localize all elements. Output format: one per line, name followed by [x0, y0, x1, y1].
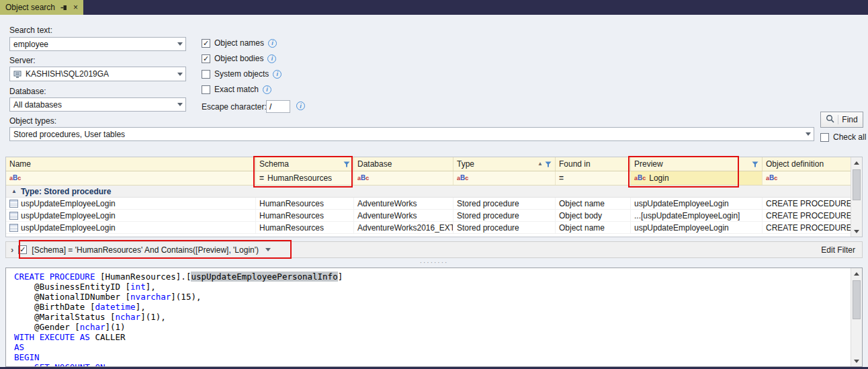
dropdown-icon[interactable] [174, 67, 185, 81]
cell-preview[interactable]: uspUpdateEmployeeLogin [631, 222, 763, 233]
column-header-database[interactable]: Database [354, 157, 453, 171]
dropdown-icon[interactable] [174, 98, 185, 111]
option-object-names[interactable]: ✓ Object names i [202, 38, 277, 48]
scrollbar-thumb[interactable] [853, 280, 861, 319]
code-vertical-scrollbar[interactable] [851, 268, 862, 366]
filter-expression[interactable]: [Schema] = 'HumanResources' And Contains… [32, 245, 259, 255]
option-label: Exact match [214, 85, 259, 94]
cell-name[interactable]: uspUpdateEmployeeLogin [6, 222, 256, 233]
group-row-stored-procedure[interactable]: ▲ Type: Stored procedure [6, 186, 851, 198]
option-exact-match[interactable]: ✓ Exact match i [202, 84, 271, 95]
filter-dropdown-icon[interactable] [265, 248, 271, 251]
check-all-option[interactable]: ✓ Check all [820, 132, 866, 142]
column-header-preview[interactable]: Preview [631, 157, 763, 171]
info-icon[interactable]: i [268, 39, 277, 48]
filter-funnel-icon[interactable] [545, 161, 552, 167]
cell-type[interactable]: Stored procedure [453, 210, 556, 221]
edit-filter-button[interactable]: Edit Filter [821, 245, 855, 255]
server-combobox[interactable]: KASHISH\SQL2019GA [9, 67, 186, 81]
exact-match-checkbox[interactable]: ✓ [202, 85, 210, 94]
cell-schema[interactable]: HumanResources [256, 210, 354, 221]
cell-name[interactable]: uspUpdateEmployeeLogin [6, 210, 256, 221]
column-header-name[interactable]: Name [6, 157, 256, 171]
column-header-type[interactable]: Type ▲ [453, 157, 556, 171]
scroll-down-button[interactable] [851, 356, 862, 366]
filter-cell-database[interactable]: aBc [354, 171, 453, 185]
object-bodies-checkbox[interactable]: ✓ [202, 54, 210, 63]
filter-value: Login [649, 173, 668, 183]
abc-filter-icon: aBc [357, 175, 369, 181]
cell-found-in[interactable]: Object name [556, 198, 631, 209]
filter-cell-found-in[interactable]: = [556, 171, 631, 185]
filter-funnel-icon[interactable] [752, 161, 758, 167]
filter-cell-name[interactable]: aBc [6, 171, 256, 185]
cell-object-definition[interactable]: CREATE PROCEDURE [H... [763, 210, 851, 221]
grid-filter-row: aBc = HumanResources aBc aBc = aBc Login [6, 171, 851, 186]
filter-funnel-icon[interactable] [343, 161, 350, 167]
cell-found-in[interactable]: Object name [556, 222, 631, 233]
cell-object-definition[interactable]: CREATE PROCEDURE [H... [763, 198, 851, 209]
table-row[interactable]: uspUpdateEmployeeLogin HumanResources Ad… [6, 210, 851, 222]
filter-cell-type[interactable]: aBc [453, 171, 556, 185]
cell-type[interactable]: Stored procedure [453, 222, 556, 233]
search-text-combobox[interactable]: employee [9, 37, 186, 51]
filter-enabled-checkbox[interactable]: ✓ [18, 245, 27, 254]
column-header-label: Found in [559, 159, 591, 169]
object-names-checkbox[interactable]: ✓ [202, 39, 210, 48]
filter-panel-chevron-icon[interactable]: › [11, 245, 13, 254]
cell-object-definition[interactable]: CREATE PROCEDURE [H... [763, 222, 851, 233]
filter-cell-object-definition[interactable]: aBc [763, 171, 851, 185]
filter-cell-preview[interactable]: aBc Login [631, 171, 763, 185]
scroll-up-button[interactable] [851, 268, 862, 279]
option-system-objects[interactable]: ✓ System objects i [202, 69, 281, 79]
cell-preview[interactable]: uspUpdateEmployeeLogin [631, 198, 763, 209]
escape-character-input[interactable] [266, 100, 290, 113]
tab-object-search[interactable]: Object search × [0, 0, 83, 15]
system-objects-checkbox[interactable]: ✓ [202, 70, 210, 79]
equals-operator-icon[interactable]: = [559, 173, 564, 183]
info-icon[interactable]: i [263, 85, 271, 94]
info-icon[interactable]: i [296, 101, 305, 110]
check-icon: ✓ [19, 246, 26, 253]
close-icon[interactable]: × [73, 3, 78, 11]
pin-icon[interactable] [60, 4, 68, 11]
code-line: AS [14, 342, 851, 352]
equals-operator-icon[interactable]: = [259, 173, 264, 183]
column-header-label: Preview [634, 159, 663, 169]
object-definition-preview[interactable]: CREATE PROCEDURE [HumanResources].[uspUp… [5, 268, 863, 367]
scroll-up-button[interactable] [851, 157, 862, 168]
document-tab-strip: Object search × [0, 0, 868, 15]
cell-found-in[interactable]: Object body [556, 210, 631, 221]
cell-database[interactable]: AdventureWorks [354, 210, 453, 221]
code-line: BEGIN [14, 352, 851, 362]
scrollbar-thumb[interactable] [853, 169, 861, 200]
cell-database[interactable]: AdventureWorks2016_EXT [354, 222, 453, 233]
info-icon[interactable]: i [273, 70, 281, 79]
table-row[interactable]: uspUpdateEmployeeLogin HumanResources Ad… [6, 222, 851, 234]
find-button[interactable]: Find [820, 112, 863, 128]
cell-name[interactable]: uspUpdateEmployeeLogin [6, 198, 256, 209]
column-header-schema[interactable]: Schema [256, 157, 354, 171]
info-icon[interactable]: i [267, 54, 276, 63]
group-row-label: Type: Stored procedure [21, 187, 111, 196]
filter-cell-schema[interactable]: = HumanResources [256, 171, 354, 185]
cell-schema[interactable]: HumanResources [256, 222, 354, 233]
column-header-object-definition[interactable]: Object definition [763, 157, 851, 171]
dropdown-icon[interactable] [174, 38, 185, 50]
grid-vertical-scrollbar[interactable] [851, 157, 862, 237]
cell-database[interactable]: AdventureWorks [354, 198, 453, 209]
database-combobox[interactable]: All databases [9, 97, 186, 112]
cell-type[interactable]: Stored procedure [453, 198, 556, 209]
scroll-down-button[interactable] [851, 226, 862, 237]
check-all-checkbox[interactable]: ✓ [820, 133, 829, 142]
option-object-bodies[interactable]: ✓ Object bodies i [202, 53, 276, 64]
table-row[interactable]: uspUpdateEmployeeLogin HumanResources Ad… [6, 198, 851, 210]
group-expanded-icon[interactable]: ▲ [11, 189, 17, 194]
cell-preview[interactable]: ...[uspUpdateEmployeeLogin] [631, 210, 763, 221]
search-text-value: employee [13, 40, 48, 49]
splitter-handle[interactable]: ········ [5, 258, 863, 268]
dropdown-icon[interactable] [802, 128, 814, 140]
column-header-found-in[interactable]: Found in [556, 157, 631, 171]
object-types-combobox[interactable]: Stored procedures, User tables [9, 127, 814, 141]
cell-schema[interactable]: HumanResources [256, 198, 354, 209]
